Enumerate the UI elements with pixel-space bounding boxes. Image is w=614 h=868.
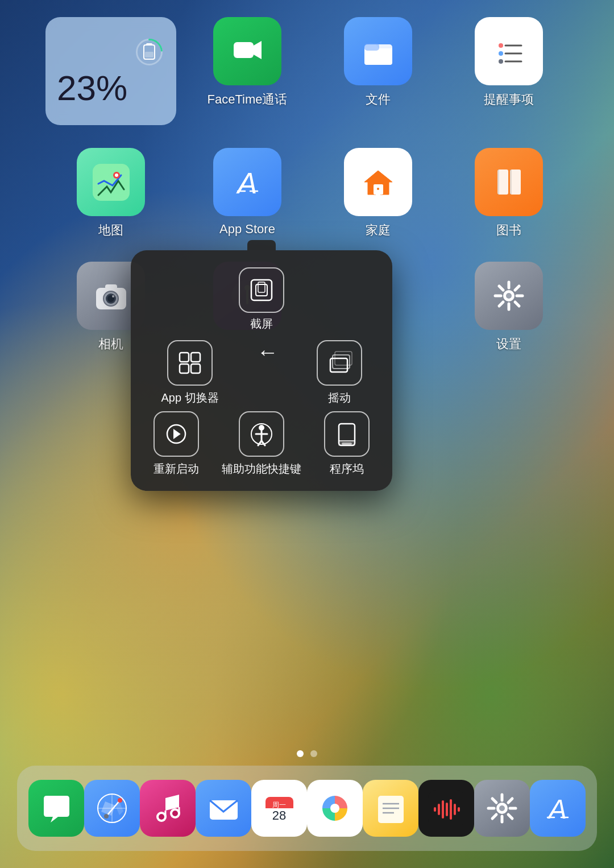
- svg-point-13: [499, 59, 503, 64]
- svg-rect-53: [191, 364, 200, 373]
- dock-notes[interactable]: [363, 780, 418, 837]
- svg-point-75: [118, 798, 122, 803]
- svg-rect-48: [256, 284, 267, 296]
- svg-rect-95: [434, 807, 436, 812]
- svg-rect-97: [442, 800, 444, 819]
- overlay-bottom-row: 重新启动 辅助功能快捷键: [142, 411, 381, 477]
- battery-widget: 23%: [45, 17, 176, 125]
- svg-point-112: [499, 805, 505, 811]
- dock-appstore[interactable]: A: [530, 780, 586, 837]
- shake-section: 摇动: [317, 340, 362, 406]
- app-home[interactable]: 家庭: [318, 148, 438, 239]
- svg-text:A: A: [546, 794, 566, 824]
- settings-label: 设置: [496, 336, 521, 353]
- svg-rect-96: [438, 804, 440, 815]
- facetime-icon: [213, 17, 281, 85]
- accessibility-overlay: 截屏 App 切换器 ←: [131, 250, 392, 491]
- svg-point-46: [506, 293, 512, 299]
- svg-rect-49: [258, 282, 265, 292]
- battery-widget-item[interactable]: 23%: [45, 17, 176, 125]
- svg-rect-8: [364, 43, 379, 51]
- app-expose-button[interactable]: [324, 411, 370, 457]
- dock-voice-memos[interactable]: [418, 780, 474, 837]
- dock-music[interactable]: [140, 780, 196, 837]
- screenshot-button[interactable]: [239, 267, 284, 313]
- app-switcher-button[interactable]: [167, 340, 213, 386]
- svg-rect-32: [105, 284, 117, 290]
- dock-safari[interactable]: [84, 780, 140, 837]
- svg-rect-47: [251, 280, 272, 300]
- restart-button[interactable]: [154, 411, 199, 457]
- svg-rect-51: [191, 353, 200, 362]
- battery-percent: 23%: [57, 71, 127, 106]
- page-dots: [297, 750, 317, 757]
- svg-line-42: [515, 302, 519, 306]
- svg-point-89: [330, 804, 339, 813]
- svg-rect-52: [180, 364, 189, 373]
- dock-photos[interactable]: [307, 780, 363, 837]
- svg-rect-4: [145, 52, 154, 57]
- svg-point-31: [112, 295, 114, 297]
- svg-point-22: [377, 188, 379, 190]
- shake-button[interactable]: [317, 340, 362, 386]
- page-dot-2[interactable]: [310, 750, 317, 757]
- svg-point-11: [499, 51, 503, 56]
- app-switcher-section: App 切换器: [161, 340, 218, 406]
- dock-mail[interactable]: [196, 780, 251, 837]
- svg-line-41: [499, 286, 503, 290]
- restart-section: 重新启动: [154, 411, 199, 477]
- dock-messages[interactable]: [28, 780, 84, 837]
- app-maps[interactable]: 地图: [45, 148, 176, 239]
- app-books[interactable]: 图书: [449, 148, 569, 239]
- accessibility-shortcut-section: 辅助功能快捷键: [222, 411, 301, 477]
- battery-ring-icon: [134, 36, 165, 68]
- svg-text:周一: 周一: [272, 801, 286, 809]
- appstore-icon: A: [213, 148, 281, 216]
- app-files[interactable]: 文件: [318, 17, 438, 125]
- accessibility-shortcut-button[interactable]: [239, 411, 284, 457]
- app-facetime[interactable]: FaceTime通话: [188, 17, 307, 125]
- app-switcher-label: App 切换器: [161, 390, 218, 406]
- svg-line-44: [499, 302, 503, 306]
- dock-calendar[interactable]: 周一 28: [251, 780, 307, 837]
- svg-point-80: [172, 811, 178, 816]
- svg-rect-90: [378, 796, 404, 823]
- app-expose-section: 程序坞: [324, 411, 370, 477]
- reminders-icon: [475, 17, 543, 85]
- camera-label: 相机: [98, 336, 123, 353]
- books-icon: [475, 148, 543, 216]
- back-button[interactable]: ←: [257, 340, 279, 365]
- svg-rect-100: [454, 804, 456, 815]
- accessibility-shortcut-label: 辅助功能快捷键: [222, 461, 301, 477]
- dock: 周一 28: [17, 766, 597, 851]
- page-dot-1[interactable]: [297, 750, 304, 757]
- home-icon: [344, 148, 412, 216]
- restart-label: 重新启动: [154, 461, 199, 477]
- overlay-middle-row: App 切换器 ← 摇动: [142, 340, 381, 406]
- screenshot-label: 截屏: [250, 316, 273, 332]
- svg-rect-68: [342, 443, 351, 444]
- svg-point-17: [115, 173, 118, 177]
- app-appstore[interactable]: A App Store: [188, 148, 307, 239]
- svg-point-78: [159, 814, 164, 820]
- svg-line-108: [508, 815, 512, 819]
- files-icon: [344, 17, 412, 85]
- svg-rect-98: [446, 803, 448, 816]
- reminders-label: 提醒事项: [484, 91, 534, 108]
- files-label: 文件: [366, 91, 391, 108]
- svg-line-107: [492, 799, 496, 803]
- svg-text:A: A: [235, 167, 257, 200]
- app-expose-label: 程序坞: [330, 461, 364, 477]
- svg-text:28: 28: [272, 808, 285, 822]
- app-settings[interactable]: 设置: [449, 262, 569, 353]
- svg-line-110: [492, 815, 496, 819]
- back-arrow-section: ←: [257, 340, 279, 406]
- svg-rect-25: [497, 170, 499, 195]
- svg-point-76: [104, 814, 109, 819]
- appstore-label: App Store: [219, 222, 275, 237]
- app-reminders[interactable]: 提醒事项: [449, 17, 569, 125]
- svg-marker-6: [254, 41, 262, 59]
- svg-rect-101: [458, 807, 460, 812]
- svg-point-9: [499, 43, 503, 48]
- dock-settings-2[interactable]: [474, 780, 530, 837]
